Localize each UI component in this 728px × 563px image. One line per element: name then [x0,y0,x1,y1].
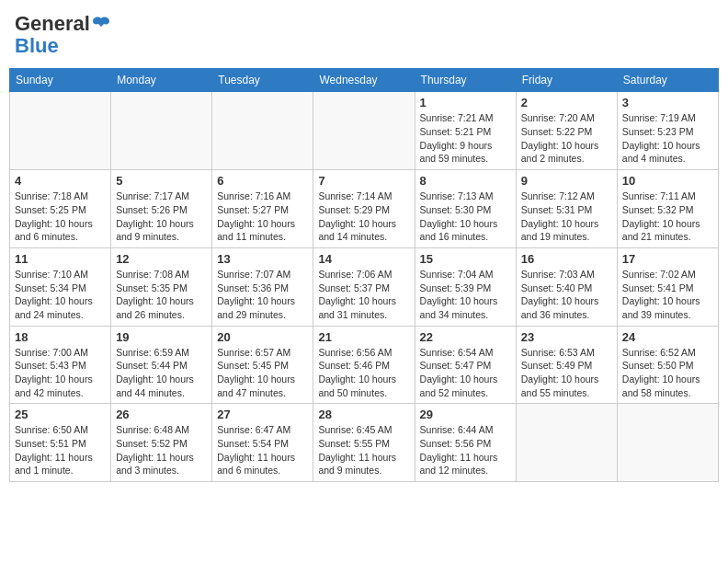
day-number: 9 [521,174,612,188]
day-number: 3 [622,96,713,109]
day-info: Sunrise: 7:04 AMSunset: 5:39 PMDaylight:… [420,268,511,322]
calendar-week-row: 25Sunrise: 6:50 AMSunset: 5:51 PMDayligh… [10,404,719,482]
calendar-day: 29Sunrise: 6:44 AMSunset: 5:56 PMDayligh… [415,404,516,482]
day-number: 6 [217,174,308,188]
day-info: Sunrise: 6:45 AMSunset: 5:55 PMDaylight:… [318,423,409,477]
calendar-day: 12Sunrise: 7:08 AMSunset: 5:35 PMDayligh… [111,247,212,326]
day-number: 15 [420,252,511,266]
day-number: 18 [15,330,106,344]
day-number: 7 [318,174,409,188]
day-number: 8 [420,174,511,188]
calendar-day: 10Sunrise: 7:11 AMSunset: 5:32 PMDayligh… [617,170,718,248]
day-number: 21 [318,330,409,344]
calendar-day: 9Sunrise: 7:12 AMSunset: 5:31 PMDaylight… [516,170,617,248]
day-info: Sunrise: 7:00 AMSunset: 5:43 PMDaylight:… [15,346,106,400]
day-number: 22 [420,330,511,344]
day-info: Sunrise: 6:52 AMSunset: 5:50 PMDaylight:… [622,346,713,400]
day-number: 1 [420,96,511,109]
calendar-day: 16Sunrise: 7:03 AMSunset: 5:40 PMDayligh… [516,247,617,326]
day-info: Sunrise: 6:44 AMSunset: 5:56 PMDaylight:… [420,423,511,477]
day-number: 2 [521,96,612,109]
day-info: Sunrise: 6:59 AMSunset: 5:44 PMDaylight:… [116,346,207,400]
calendar-week-row: 1Sunrise: 7:21 AMSunset: 5:21 PMDaylight… [10,92,719,170]
calendar-day: 28Sunrise: 6:45 AMSunset: 5:55 PMDayligh… [313,404,415,482]
day-number: 27 [217,408,308,421]
col-header-thursday: Thursday [415,69,516,92]
day-info: Sunrise: 7:17 AMSunset: 5:26 PMDaylight:… [116,190,207,244]
col-header-monday: Monday [111,69,212,92]
logo: General Blue [15,13,112,57]
calendar-week-row: 4Sunrise: 7:18 AMSunset: 5:25 PMDaylight… [10,170,719,248]
logo-text: General Blue [15,13,112,57]
day-info: Sunrise: 6:47 AMSunset: 5:54 PMDaylight:… [217,423,308,477]
day-info: Sunrise: 6:53 AMSunset: 5:49 PMDaylight:… [521,346,612,400]
day-number: 19 [116,330,207,344]
calendar-day: 27Sunrise: 6:47 AMSunset: 5:54 PMDayligh… [212,404,313,482]
day-info: Sunrise: 7:11 AMSunset: 5:32 PMDaylight:… [622,190,713,244]
calendar-day: 17Sunrise: 7:02 AMSunset: 5:41 PMDayligh… [617,247,718,326]
calendar-day: 24Sunrise: 6:52 AMSunset: 5:50 PMDayligh… [617,326,718,404]
day-info: Sunrise: 7:02 AMSunset: 5:41 PMDaylight:… [622,268,713,322]
calendar-day: 2Sunrise: 7:20 AMSunset: 5:22 PMDaylight… [516,92,617,170]
col-header-saturday: Saturday [617,69,718,92]
calendar-day: 4Sunrise: 7:18 AMSunset: 5:25 PMDaylight… [10,170,111,248]
calendar-week-row: 18Sunrise: 7:00 AMSunset: 5:43 PMDayligh… [10,326,719,404]
day-number: 24 [622,330,713,344]
day-number: 13 [217,252,308,266]
calendar-day: 25Sunrise: 6:50 AMSunset: 5:51 PMDayligh… [10,404,111,482]
day-info: Sunrise: 7:14 AMSunset: 5:29 PMDaylight:… [318,190,409,244]
day-number: 11 [15,252,106,266]
day-number: 10 [622,174,713,188]
calendar-day [111,92,212,170]
day-number: 26 [116,408,207,421]
calendar-day: 19Sunrise: 6:59 AMSunset: 5:44 PMDayligh… [111,326,212,404]
calendar-day: 13Sunrise: 7:07 AMSunset: 5:36 PMDayligh… [212,247,313,326]
calendar-day: 7Sunrise: 7:14 AMSunset: 5:29 PMDaylight… [313,170,415,248]
calendar-day: 3Sunrise: 7:19 AMSunset: 5:23 PMDaylight… [617,92,718,170]
day-number: 17 [622,252,713,266]
day-info: Sunrise: 6:56 AMSunset: 5:46 PMDaylight:… [318,346,409,400]
day-info: Sunrise: 7:12 AMSunset: 5:31 PMDaylight:… [521,190,612,244]
day-number: 16 [521,252,612,266]
calendar-day: 20Sunrise: 6:57 AMSunset: 5:45 PMDayligh… [212,326,313,404]
calendar-day: 21Sunrise: 6:56 AMSunset: 5:46 PMDayligh… [313,326,415,404]
day-number: 4 [15,174,106,188]
calendar-day [10,92,111,170]
day-info: Sunrise: 6:54 AMSunset: 5:47 PMDaylight:… [420,346,511,400]
day-number: 23 [521,330,612,344]
day-info: Sunrise: 7:08 AMSunset: 5:35 PMDaylight:… [116,268,207,322]
calendar-table: SundayMondayTuesdayWednesdayThursdayFrid… [9,68,719,482]
calendar-day: 5Sunrise: 7:17 AMSunset: 5:26 PMDaylight… [111,170,212,248]
calendar-day: 6Sunrise: 7:16 AMSunset: 5:27 PMDaylight… [212,170,313,248]
calendar-header-row: SundayMondayTuesdayWednesdayThursdayFrid… [10,69,719,92]
calendar-day: 11Sunrise: 7:10 AMSunset: 5:34 PMDayligh… [10,247,111,326]
day-number: 28 [318,408,409,421]
calendar-day: 1Sunrise: 7:21 AMSunset: 5:21 PMDaylight… [415,92,516,170]
calendar-day: 23Sunrise: 6:53 AMSunset: 5:49 PMDayligh… [516,326,617,404]
day-info: Sunrise: 7:10 AMSunset: 5:34 PMDaylight:… [15,268,106,322]
calendar-day [212,92,313,170]
calendar-day: 18Sunrise: 7:00 AMSunset: 5:43 PMDayligh… [10,326,111,404]
day-info: Sunrise: 7:06 AMSunset: 5:37 PMDaylight:… [318,268,409,322]
day-info: Sunrise: 7:16 AMSunset: 5:27 PMDaylight:… [217,190,308,244]
day-info: Sunrise: 6:48 AMSunset: 5:52 PMDaylight:… [116,423,207,477]
calendar-day: 8Sunrise: 7:13 AMSunset: 5:30 PMDaylight… [415,170,516,248]
day-info: Sunrise: 6:57 AMSunset: 5:45 PMDaylight:… [217,346,308,400]
day-info: Sunrise: 6:50 AMSunset: 5:51 PMDaylight:… [15,423,106,477]
calendar-day: 15Sunrise: 7:04 AMSunset: 5:39 PMDayligh… [415,247,516,326]
calendar-day: 26Sunrise: 6:48 AMSunset: 5:52 PMDayligh… [111,404,212,482]
calendar-day [617,404,718,482]
calendar-day: 14Sunrise: 7:06 AMSunset: 5:37 PMDayligh… [313,247,415,326]
calendar-day: 22Sunrise: 6:54 AMSunset: 5:47 PMDayligh… [415,326,516,404]
col-header-tuesday: Tuesday [212,69,313,92]
col-header-friday: Friday [516,69,617,92]
day-number: 14 [318,252,409,266]
day-number: 25 [15,408,106,421]
day-info: Sunrise: 7:18 AMSunset: 5:25 PMDaylight:… [15,190,106,244]
calendar-day [516,404,617,482]
day-info: Sunrise: 7:07 AMSunset: 5:36 PMDaylight:… [217,268,308,322]
day-info: Sunrise: 7:21 AMSunset: 5:21 PMDaylight:… [420,111,511,166]
col-header-wednesday: Wednesday [313,69,415,92]
day-info: Sunrise: 7:03 AMSunset: 5:40 PMDaylight:… [521,268,612,322]
calendar-day [313,92,415,170]
